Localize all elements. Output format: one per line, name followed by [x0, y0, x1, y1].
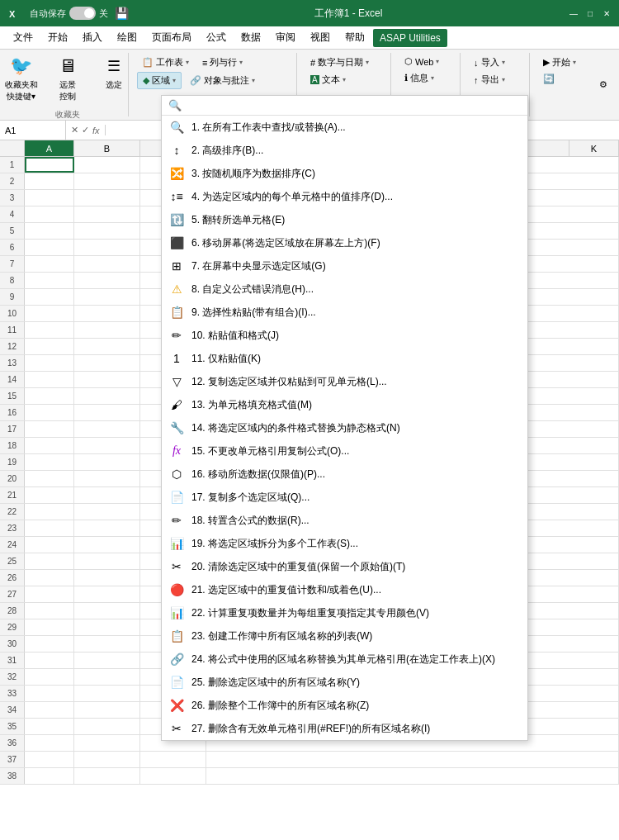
cell-A27[interactable]	[25, 586, 74, 602]
cell-A17[interactable]	[25, 421, 74, 437]
cell-B10[interactable]	[74, 306, 140, 321]
cell-A37[interactable]	[25, 752, 74, 767]
maximize-button[interactable]: □	[584, 7, 596, 19]
cell-A4[interactable]	[25, 206, 74, 222]
cell-B2[interactable]	[74, 173, 140, 189]
cell-B19[interactable]	[74, 454, 140, 470]
remote-control-button[interactable]: 🖥 远景 控制	[48, 50, 87, 106]
cell-A21[interactable]	[25, 487, 74, 503]
cell-A26[interactable]	[25, 570, 74, 586]
dropdown-item-19[interactable]: 📊19. 将选定区域拆分为多个工作表(S)...	[162, 532, 527, 555]
dropdown-item-10[interactable]: ✏10. 粘贴值和格式(J)	[162, 324, 527, 347]
cell-B20[interactable]	[74, 471, 140, 486]
cell-B14[interactable]	[74, 372, 140, 387]
name-box[interactable]: A1	[0, 121, 66, 140]
cell-A5[interactable]	[25, 223, 74, 239]
cell-B5[interactable]	[74, 223, 140, 239]
favorites-shortcuts-button[interactable]: 🐦 收藏夹和 快捷键▾	[2, 50, 41, 106]
cell-B21[interactable]	[74, 487, 140, 503]
cell-B13[interactable]	[74, 355, 140, 371]
dropdown-item-6[interactable]: ⬛6. 移动屏幕(将选定区域放在屏幕左上方)(F)	[162, 231, 527, 254]
menu-item-审阅[interactable]: 审阅	[269, 27, 302, 48]
cell-B36[interactable]	[74, 735, 140, 751]
dropdown-item-25[interactable]: 📄25. 删除选定区域中的所有区域名称(Y)	[162, 671, 527, 694]
dropdown-item-3[interactable]: 🔀3. 按随机顺序为数据排序(C)	[162, 162, 527, 185]
objects-button[interactable]: 🔗 对象与批注 ▾	[185, 73, 260, 88]
cell-B30[interactable]	[74, 636, 140, 652]
cell-B22[interactable]	[74, 504, 140, 520]
cell-A16[interactable]	[25, 405, 74, 420]
dropdown-item-7[interactable]: ⊞7. 在屏幕中央显示选定区域(G)	[162, 254, 527, 278]
cell-A18[interactable]	[25, 438, 74, 453]
cell-B24[interactable]	[74, 537, 140, 553]
cell-B25[interactable]	[74, 553, 140, 569]
save-icon[interactable]: 💾	[115, 7, 129, 20]
cell-A25[interactable]	[25, 553, 74, 569]
cell-B32[interactable]	[74, 669, 140, 685]
dropdown-item-24[interactable]: 🔗24. 将公式中使用的区域名称替换为其单元格引用(在选定工作表上)(X)	[162, 648, 527, 671]
cancel-formula-button[interactable]: ✕	[71, 125, 78, 135]
cell-A36[interactable]	[25, 735, 74, 751]
dropdown-item-12[interactable]: ▽12. 复制选定区域并仅粘贴到可见单元格(L)...	[162, 370, 527, 393]
cell-A19[interactable]	[25, 454, 74, 470]
cell-B9[interactable]	[74, 289, 140, 305]
cell-B26[interactable]	[74, 570, 140, 586]
cell-A29[interactable]	[25, 619, 74, 635]
cell-B12[interactable]	[74, 339, 140, 354]
cell-A12[interactable]	[25, 339, 74, 354]
cell-A38[interactable]	[25, 768, 74, 784]
text-button[interactable]: A 文本 ▾	[305, 72, 351, 88]
cell-A32[interactable]	[25, 669, 74, 685]
cell-D38[interactable]	[206, 768, 619, 784]
cell-A3[interactable]	[25, 190, 74, 206]
rows-cols-button[interactable]: ≡ 列与行 ▾	[197, 55, 248, 70]
cell-B37[interactable]	[74, 752, 140, 767]
dropdown-item-2[interactable]: ↕2. 高级排序(B)...	[162, 139, 527, 162]
cell-A10[interactable]	[25, 306, 74, 321]
menu-item-绘图[interactable]: 绘图	[111, 27, 144, 48]
cell-A31[interactable]	[25, 653, 74, 668]
dropdown-item-1[interactable]: 🔍1. 在所有工作表中查找/或替换(A)...	[162, 116, 527, 139]
cell-B1[interactable]	[74, 157, 140, 173]
menu-item-页面布局[interactable]: 页面布局	[145, 27, 198, 48]
cell-B7[interactable]	[74, 256, 140, 272]
cell-A11[interactable]	[25, 322, 74, 338]
menu-item-ASAP Utilities[interactable]: ASAP Utilities	[373, 29, 447, 47]
cell-C38[interactable]	[140, 768, 206, 784]
cell-A6[interactable]	[25, 240, 74, 255]
cell-B28[interactable]	[74, 603, 140, 619]
dropdown-item-4[interactable]: ↕≡4. 为选定区域内的每个单元格中的值排序(D)...	[162, 185, 527, 208]
cell-A13[interactable]	[25, 355, 74, 371]
cell-A20[interactable]	[25, 471, 74, 486]
dropdown-item-14[interactable]: 🔧14. 将选定区域内的条件格式替换为静态格式(N)	[162, 416, 527, 439]
dropdown-item-11[interactable]: 111. 仅粘贴值(K)	[162, 347, 527, 370]
worksheet-button[interactable]: 📋 工作表 ▾	[137, 55, 194, 70]
cell-B6[interactable]	[74, 240, 140, 255]
menu-item-公式[interactable]: 公式	[200, 27, 233, 48]
number-date-button[interactable]: # 数字与日期 ▾	[305, 55, 374, 70]
dropdown-item-13[interactable]: 🖌13. 为单元格填充格式值(M)	[162, 393, 527, 416]
cell-A9[interactable]	[25, 289, 74, 305]
web-button[interactable]: ⬡ Web ▾	[399, 55, 444, 69]
cell-A15[interactable]	[25, 388, 74, 404]
cell-A8[interactable]	[25, 273, 74, 288]
range-button[interactable]: ◆ 区域 ▾	[137, 72, 182, 89]
cell-B17[interactable]	[74, 421, 140, 437]
cell-B15[interactable]	[74, 388, 140, 404]
cell-B3[interactable]	[74, 190, 140, 206]
import-button[interactable]: ↓ 导入 ▾	[469, 55, 510, 70]
cell-A34[interactable]	[25, 702, 74, 718]
dropdown-item-15[interactable]: fx15. 不更改单元格引用复制公式(O)...	[162, 439, 527, 463]
dropdown-item-17[interactable]: 📄17. 复制多个选定区域(Q)...	[162, 486, 527, 509]
cell-A1[interactable]	[25, 157, 74, 173]
cell-B16[interactable]	[74, 405, 140, 420]
col-header-B[interactable]: B	[74, 140, 140, 156]
dropdown-item-22[interactable]: 📊22. 计算重复项数量并为每组重复项指定其专用颜色(V)	[162, 601, 527, 624]
cell-B11[interactable]	[74, 322, 140, 338]
cell-B38[interactable]	[74, 768, 140, 784]
cell-B35[interactable]	[74, 719, 140, 734]
cell-B31[interactable]	[74, 653, 140, 668]
cell-A2[interactable]	[25, 173, 74, 189]
dropdown-item-23[interactable]: 📋23. 创建工作簿中所有区域名称的列表(W)	[162, 624, 527, 648]
cell-D37[interactable]	[206, 752, 619, 767]
